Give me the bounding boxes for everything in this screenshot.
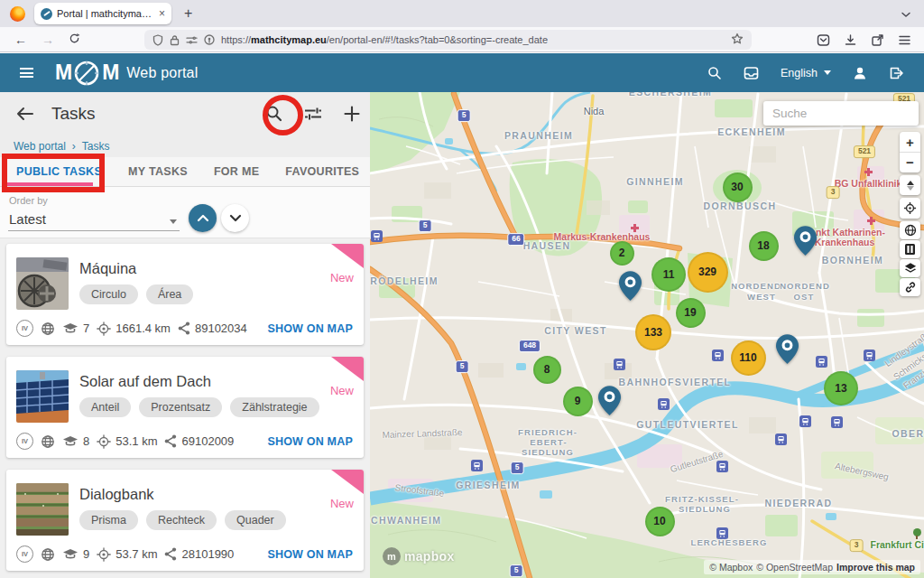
messages-icon[interactable] (744, 66, 759, 80)
lock-icon[interactable] (170, 34, 180, 46)
map-pin-marker[interactable] (598, 386, 621, 419)
logout-icon[interactable] (889, 66, 904, 80)
locate-button[interactable] (900, 198, 920, 219)
sort-descending-button[interactable] (221, 204, 249, 232)
attribution-osm-link[interactable]: © OpenStreetMap (756, 562, 833, 573)
show-on-map-button[interactable]: SHOW ON MAP (267, 548, 353, 561)
attribution-mapbox-link[interactable]: © Mapbox (709, 562, 753, 573)
task-card[interactable]: New Máquina Circulo Área IV 7 1661.4 km … (6, 244, 364, 345)
map-cluster-marker[interactable]: 110 (731, 340, 766, 376)
map-cluster-marker[interactable]: 18 (749, 231, 779, 261)
show-on-map-button[interactable]: SHOW ON MAP (267, 435, 353, 448)
map-cluster-marker[interactable]: 329 (688, 252, 728, 293)
task-card[interactable]: New Dialogbank Prisma Rechteck Quader IV… (6, 470, 364, 571)
zoom-out-button[interactable]: − (900, 153, 920, 172)
train-station-icon[interactable] (864, 350, 875, 361)
show-on-map-button[interactable]: SHOW ON MAP (267, 322, 353, 335)
map-globe-button[interactable] (900, 221, 920, 239)
level-badge: IV (16, 545, 33, 563)
train-station-icon[interactable] (716, 461, 728, 472)
map-cluster-marker[interactable]: 2 (610, 241, 634, 266)
task-card[interactable]: New Solar auf dem Dach Anteil Prozentsat… (6, 357, 364, 458)
tag-pill: Rechteck (146, 510, 217, 530)
filter-icon[interactable] (304, 107, 322, 121)
task-code: 28101990 (181, 547, 234, 561)
mcm-logo[interactable]: M M Web portal (55, 59, 198, 88)
map-cluster-marker[interactable]: 8 (533, 356, 561, 384)
permissions-icon[interactable] (186, 35, 198, 45)
add-task-icon[interactable] (344, 106, 360, 122)
forward-button[interactable]: → (42, 33, 54, 47)
back-button[interactable]: ← (14, 33, 27, 47)
reload-button[interactable] (69, 33, 80, 47)
train-station-icon[interactable] (471, 460, 483, 471)
train-station-icon[interactable] (712, 350, 724, 361)
browser-tab[interactable]: Portal | mathcitymap.eu × (34, 3, 171, 24)
train-station-icon[interactable] (775, 434, 787, 445)
train-station-icon[interactable] (799, 415, 811, 427)
map-search-input[interactable] (763, 101, 919, 126)
road-shield: 5 (511, 461, 524, 474)
distance-value: 53.7 km (116, 547, 157, 561)
task-code: 69102009 (181, 434, 234, 448)
zoom-in-button[interactable]: + (900, 133, 920, 153)
breadcrumb-current-link[interactable]: Tasks (82, 140, 110, 153)
pitch-up-icon (907, 181, 914, 185)
download-icon[interactable] (844, 33, 857, 47)
pocket-icon[interactable] (817, 33, 830, 47)
train-station-icon[interactable] (371, 230, 383, 242)
buildings-button[interactable] (900, 240, 920, 258)
map-cluster-marker[interactable]: 13 (824, 371, 858, 406)
tab-my-tasks[interactable]: MY TASKS (128, 165, 188, 178)
tab-for-me[interactable]: FOR ME (214, 165, 259, 178)
share-link-button[interactable] (900, 278, 920, 296)
share-icon[interactable] (871, 33, 884, 47)
menu-icon[interactable] (898, 34, 911, 46)
map-pin-marker[interactable] (794, 226, 817, 259)
train-station-icon[interactable] (658, 398, 670, 410)
breadcrumb-home-link[interactable]: Web portal (14, 140, 66, 153)
url-bar[interactable]: https://mathcitymap.eu/en/portal-en/#!/t… (144, 30, 752, 50)
order-by-select[interactable]: Latest (9, 211, 46, 227)
map-pin-marker[interactable] (776, 334, 799, 368)
task-tags: Circulo Área (79, 284, 193, 304)
language-selector[interactable]: English (781, 67, 831, 79)
sort-ascending-button[interactable] (189, 204, 217, 232)
level-badge: IV (16, 433, 33, 450)
map-cluster-marker[interactable]: 30 (723, 172, 753, 202)
tab-close-icon[interactable]: × (159, 7, 165, 20)
new-tab-button[interactable]: + (184, 5, 192, 22)
zoom-control[interactable]: + − (900, 132, 920, 172)
order-by-label: Order by (9, 195, 48, 206)
map-cluster-marker[interactable]: 133 (635, 314, 671, 350)
url-text[interactable]: https://mathcitymap.eu/en/portal-en/#!/t… (221, 34, 548, 45)
shield-icon[interactable] (152, 34, 163, 46)
attribution-improve-link[interactable]: Improve this map (836, 562, 915, 573)
bookmark-star-icon[interactable] (731, 33, 744, 47)
tab-list-chevron-icon[interactable] (901, 5, 911, 22)
train-station-icon[interactable] (614, 359, 625, 370)
train-station-icon[interactable] (716, 527, 728, 539)
layers-button[interactable] (900, 259, 920, 277)
pitch-down-icon (907, 186, 914, 191)
map[interactable]: PRAUNHEIMECKENHEIMESCHERSHEIMGINNHEIMDOR… (370, 92, 924, 578)
train-station-icon[interactable] (831, 416, 843, 428)
map-cluster-marker[interactable]: 19 (676, 298, 706, 328)
map-cluster-marker[interactable]: 10 (645, 507, 675, 536)
app-menu-icon[interactable] (20, 68, 33, 78)
tag-pill: Quader (225, 510, 286, 530)
select-caret-icon[interactable] (170, 219, 177, 224)
tab-favourites[interactable]: FAVOURITES (285, 165, 359, 178)
map-cluster-marker[interactable]: 11 (651, 257, 686, 292)
back-arrow-icon[interactable] (16, 107, 33, 121)
panel-header: Tasks (0, 92, 370, 135)
train-station-icon[interactable] (816, 356, 827, 368)
map-cluster-marker[interactable]: 9 (563, 387, 593, 416)
pond-shape (826, 513, 836, 520)
pitch-control[interactable] (900, 175, 920, 195)
location-permission-icon[interactable] (204, 34, 215, 45)
firefox-icon[interactable] (10, 6, 25, 22)
header-search-icon[interactable] (707, 66, 722, 80)
account-icon[interactable] (853, 66, 867, 80)
map-pin-marker[interactable] (619, 271, 642, 304)
